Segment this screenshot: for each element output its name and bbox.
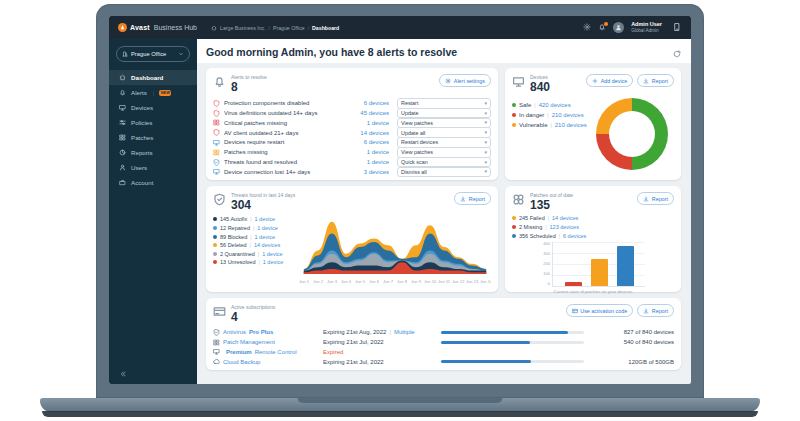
legend-devices-link[interactable]: 1 device bbox=[255, 216, 276, 222]
subscription-icon bbox=[213, 348, 220, 355]
subscription-usage-text: 827 of 840 devices bbox=[594, 329, 674, 335]
threats-area-chart: Jun 1Jun 2Jun 3Jun 4Jun 5Jun 6Jun 7Jun 8… bbox=[299, 214, 491, 286]
sidebar-item-icon bbox=[119, 149, 126, 156]
legend-devices-link[interactable]: 420 devices bbox=[539, 102, 571, 108]
bar-scheduled bbox=[617, 246, 634, 285]
alert-row: Critical patches missing 1 device View p… bbox=[213, 118, 491, 128]
alert-action-select[interactable]: View patches ▾ bbox=[397, 147, 491, 158]
subscription-name-link[interactable]: Premium Remote Control bbox=[213, 348, 323, 355]
alert-action-select[interactable]: Update ▾ bbox=[397, 108, 491, 119]
legend-devices-link[interactable]: 123 devices bbox=[550, 224, 579, 230]
y-tick: 0 bbox=[540, 282, 550, 286]
legend-devices-link[interactable]: 6 devices bbox=[563, 233, 586, 239]
alert-devices-link[interactable]: 3 devices bbox=[335, 169, 389, 175]
svg-text:Jun 6: Jun 6 bbox=[369, 279, 380, 284]
subscription-name-link[interactable]: Patch Management bbox=[213, 339, 323, 346]
alert-row: Patches missing 1 device View patches ▾ bbox=[213, 147, 491, 157]
chevron-down-icon: ▾ bbox=[484, 120, 487, 125]
legend-label: 2 Missing bbox=[519, 224, 542, 230]
use-activation-code-button[interactable]: Use activation code bbox=[566, 304, 634, 317]
legend-devices-link[interactable]: 1 device bbox=[257, 225, 278, 231]
brand: Avast Business Hub bbox=[118, 23, 197, 32]
svg-text:Jun 13: Jun 13 bbox=[466, 279, 479, 284]
alert-action-select[interactable]: Dismiss all ▾ bbox=[397, 167, 491, 178]
legend-item: 12 Repaired | 1 device bbox=[213, 225, 299, 231]
devices-donut-chart bbox=[596, 98, 668, 170]
alert-action-select[interactable]: Quick scan ▾ bbox=[397, 157, 491, 168]
subscription-extra-link[interactable]: Multiple bbox=[386, 329, 414, 335]
sidebar-item[interactable]: Dashboard bbox=[109, 70, 197, 85]
alert-devices-link[interactable]: 6 devices bbox=[335, 100, 389, 106]
legend-devices-link[interactable]: 1 device bbox=[255, 234, 276, 240]
alert-devices-link[interactable]: 1 device bbox=[335, 159, 389, 165]
legend-devices-link[interactable]: 14 devices bbox=[552, 215, 578, 221]
devices-legend: Safe | 420 devices In danger bbox=[512, 102, 587, 174]
alert-settings-button[interactable]: Alert settings bbox=[439, 74, 491, 87]
subscription-row: Cloud Backup Expiring 21st Jul, 2022 120… bbox=[213, 357, 674, 367]
bar-chart-x-label: Current state of patches on your devices bbox=[540, 289, 646, 294]
legend-dot bbox=[213, 226, 217, 230]
legend-devices-link[interactable]: 14 devices bbox=[254, 242, 280, 248]
alert-devices-link[interactable]: 14 devices bbox=[335, 130, 389, 136]
console-icon[interactable] bbox=[672, 22, 682, 32]
patches-card: Patches out of date 135 Report bbox=[505, 186, 681, 292]
sidebar-item[interactable]: Account bbox=[109, 175, 197, 190]
alert-action-value: Update all bbox=[401, 130, 425, 136]
user-menu[interactable]: Admin User Global Admin bbox=[631, 21, 662, 34]
site-selector-label: Prague Office bbox=[131, 51, 166, 57]
legend-label: 145 Autofix bbox=[220, 216, 247, 222]
settings-gear-icon[interactable] bbox=[583, 23, 591, 31]
sidebar-collapse-icon[interactable] bbox=[119, 370, 127, 378]
alert-devices-link[interactable]: 1 device bbox=[335, 149, 389, 155]
sidebar-item[interactable]: Policies bbox=[109, 115, 197, 130]
alert-status-icon bbox=[213, 129, 220, 136]
main-area: Good morning Admin, you have 8 alerts to… bbox=[197, 39, 691, 384]
alert-status-icon bbox=[213, 100, 220, 107]
sidebar-item-icon bbox=[119, 89, 126, 96]
alert-devices-link[interactable]: 1 device bbox=[335, 120, 389, 126]
sidebar-item[interactable]: Patches bbox=[109, 130, 197, 145]
alert-status-icon bbox=[213, 119, 220, 126]
alert-label: Virus definitions outdated 14+ days bbox=[224, 110, 331, 116]
threats-legend: 145 Autofix | 1 device 12 Repaired bbox=[213, 216, 299, 286]
patches-report-button[interactable]: Report bbox=[637, 192, 674, 205]
avast-logo-icon bbox=[118, 23, 127, 32]
site-selector[interactable]: Prague Office bbox=[116, 46, 190, 62]
threats-report-button[interactable]: Report bbox=[454, 192, 491, 205]
legend-devices-link[interactable]: 1 device bbox=[263, 259, 284, 265]
alert-status-icon bbox=[213, 110, 220, 117]
sidebar-item[interactable]: Reports bbox=[109, 145, 197, 160]
svg-text:Jun 8: Jun 8 bbox=[397, 279, 408, 284]
alert-devices-link[interactable]: 45 devices bbox=[335, 110, 389, 116]
y-tick: 300 bbox=[540, 252, 550, 256]
add-device-button[interactable]: Add device bbox=[586, 74, 633, 87]
download-icon bbox=[643, 78, 649, 84]
subscription-usage-bar bbox=[441, 341, 584, 344]
sidebar-item[interactable]: Alerts | NEW bbox=[109, 85, 197, 100]
subscription-name-link[interactable]: Antivirus Pro Plus bbox=[213, 329, 323, 336]
y-tick: 100 bbox=[540, 272, 550, 276]
user-icon bbox=[615, 24, 622, 31]
legend-devices-link[interactable]: 1 device bbox=[262, 251, 283, 257]
legend-devices-link[interactable]: 210 devices bbox=[555, 122, 587, 128]
notifications-button[interactable] bbox=[598, 23, 606, 31]
subscription-icon bbox=[213, 339, 220, 346]
home-icon bbox=[211, 25, 217, 31]
devices-report-button[interactable]: Report bbox=[637, 74, 674, 87]
monitor-icon bbox=[512, 75, 525, 88]
sidebar-item[interactable]: Devices bbox=[109, 100, 197, 115]
sidebar-item[interactable]: Users bbox=[109, 160, 197, 175]
avatar[interactable] bbox=[613, 22, 624, 33]
chevron-down-icon bbox=[178, 51, 184, 57]
refresh-icon[interactable] bbox=[673, 50, 681, 58]
subscription-icon bbox=[213, 358, 220, 365]
alert-devices-link[interactable]: 6 devices bbox=[335, 139, 389, 145]
alert-action-select[interactable]: Restart ▾ bbox=[397, 98, 491, 109]
subscriptions-report-button[interactable]: Report bbox=[637, 304, 674, 317]
breadcrumb-company[interactable]: Large Business Inc. bbox=[220, 25, 266, 31]
legend-devices-link[interactable]: 210 devices bbox=[552, 112, 584, 118]
subscription-name-link[interactable]: Cloud Backup bbox=[213, 358, 323, 365]
legend-item: 2 Quarantined | 1 device bbox=[213, 251, 299, 257]
breadcrumb-site[interactable]: Prague Office bbox=[273, 25, 305, 31]
app-window: Avast Business Hub Large Business Inc. /… bbox=[109, 16, 691, 384]
